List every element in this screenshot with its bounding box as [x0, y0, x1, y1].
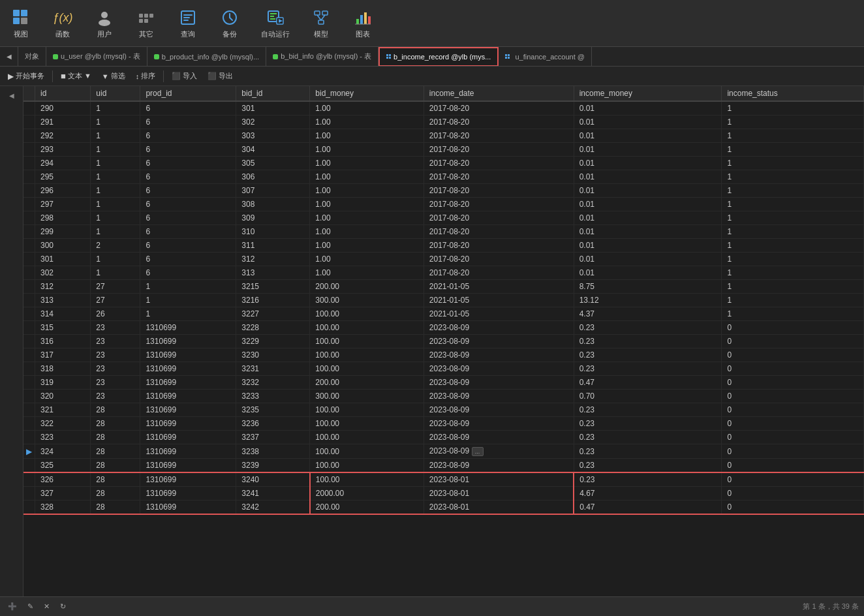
cell-bid_id: 3215: [236, 280, 310, 294]
cell-income_status: 1: [722, 266, 864, 280]
table-row[interactable]: ▶3242813106993238100.002023-08-09 ...0.2…: [23, 444, 864, 459]
refresh-btn[interactable]: ↻: [57, 601, 69, 612]
table-row[interactable]: 293163041.002017-08-200.011: [23, 143, 864, 157]
tab-u-user-dot: [53, 54, 58, 59]
table-row[interactable]: 32728131069932412000.002023-08-014.670: [23, 487, 864, 501]
table-row[interactable]: 295163061.002017-08-200.011: [23, 170, 864, 184]
cell-bid_id: 303: [236, 129, 310, 143]
edit-row-btn[interactable]: ✎: [25, 601, 36, 612]
cell-bid_id: 301: [236, 101, 310, 116]
table-row[interactable]: 301163121.002017-08-200.011: [23, 253, 864, 266]
svg-rect-27: [356, 19, 359, 24]
toolbar-query[interactable]: 查询: [172, 5, 204, 42]
cell-uid: 23: [91, 335, 140, 348]
col-income-date[interactable]: income_date: [424, 86, 574, 101]
cell-id: 327: [35, 487, 91, 501]
col-income-status[interactable]: income_status: [722, 86, 864, 101]
data-table-container[interactable]: id uid prod_id bid_id bid_money income_d…: [23, 86, 864, 596]
toolbar-function[interactable]: ƒ(x) 函数: [47, 5, 78, 42]
begin-transaction-btn[interactable]: ▶ 开始事务: [4, 70, 48, 82]
table-row[interactable]: 3212813106993235100.002023-08-090.230: [23, 403, 864, 417]
table-row[interactable]: 3152313106993228100.002023-08-090.230: [23, 321, 864, 335]
row-indicator: [23, 321, 35, 335]
cell-income_date: 2021-01-05: [424, 307, 574, 321]
sidebar-collapse-btn[interactable]: ◀: [5, 89, 18, 102]
cell-prod_id: 1310699: [140, 444, 236, 459]
table-row[interactable]: 3142613227100.002021-01-054.371: [23, 307, 864, 321]
sort-btn[interactable]: ↕ 排序: [132, 70, 160, 82]
table-row[interactable]: 3282813106993242200.002023-08-010.470: [23, 501, 864, 515]
toolbar-view[interactable]: 视图: [5, 5, 37, 42]
table-row[interactable]: 3132713216300.002021-01-0513.121: [23, 294, 864, 307]
cell-income_date: 2017-08-20: [424, 143, 574, 157]
table-row[interactable]: 300263111.002017-08-200.011: [23, 239, 864, 253]
table-row[interactable]: 3262813106993240100.002023-08-010.230: [23, 472, 864, 487]
toolbar-user-label: 用户: [97, 29, 112, 39]
table-row[interactable]: 297163081.002017-08-200.011: [23, 198, 864, 211]
toolbar-user[interactable]: 用户: [89, 5, 120, 42]
cell-income_date: 2023-08-09: [424, 431, 574, 444]
cell-bid_money: 1.00: [310, 266, 424, 280]
text-btn[interactable]: ■ 文本 ▼: [57, 70, 95, 82]
table-row[interactable]: 302163131.002017-08-200.011: [23, 266, 864, 280]
cell-income_status: 1: [722, 253, 864, 266]
col-income-money[interactable]: income_money: [574, 86, 722, 101]
cell-bid_id: 3241: [236, 487, 310, 501]
filter-btn[interactable]: ▼ 筛选: [98, 70, 129, 82]
table-row[interactable]: 3172313106993230100.002023-08-090.230: [23, 348, 864, 362]
table-row[interactable]: 299163101.002017-08-200.011: [23, 225, 864, 239]
table-row[interactable]: 3192313106993232200.002023-08-090.470: [23, 376, 864, 390]
table-row[interactable]: 3252813106993239100.002023-08-090.230: [23, 459, 864, 473]
col-bid-id[interactable]: bid_id: [236, 86, 310, 101]
cell-prod_id: 6: [140, 225, 236, 239]
tab-objects-label: 对象: [25, 52, 39, 61]
cell-uid: 1: [91, 198, 140, 211]
col-id[interactable]: id: [35, 86, 91, 101]
sidebar-toggle[interactable]: ◀: [0, 47, 18, 67]
table-row[interactable]: 3182313106993231100.002023-08-090.230: [23, 362, 864, 376]
cell-uid: 1: [91, 129, 140, 143]
import-btn[interactable]: ⬛ 导入: [168, 70, 201, 82]
import-icon: ⬛: [172, 72, 181, 80]
tab-u-finance-dot: [505, 54, 510, 59]
table-row[interactable]: 3232813106993237100.002023-08-090.230: [23, 431, 864, 444]
col-uid[interactable]: uid: [91, 86, 140, 101]
col-bid-money[interactable]: bid_money: [310, 86, 424, 101]
table-row[interactable]: 3222813106993236100.002023-08-090.230: [23, 417, 864, 431]
tab-objects[interactable]: 对象: [18, 47, 46, 67]
table-row[interactable]: 3162313106993229100.002023-08-090.230: [23, 335, 864, 348]
ellipsis-btn[interactable]: ...: [472, 447, 484, 456]
tab-b-product-info[interactable]: b_product_info @ylb (mysql)...: [147, 47, 266, 67]
status-page-info: 第 1 条，共 39 条: [803, 602, 859, 611]
tab-u-user[interactable]: u_user @ylb (mysql) - 表: [46, 47, 147, 67]
toolbar-backup[interactable]: 备份: [214, 5, 245, 42]
toolbar-other[interactable]: 其它: [131, 5, 162, 42]
table-row[interactable]: 292163031.002017-08-200.011: [23, 129, 864, 143]
table-row[interactable]: 296163071.002017-08-200.011: [23, 184, 864, 198]
cell-uid: 1: [91, 225, 140, 239]
col-prod-id[interactable]: prod_id: [140, 86, 236, 101]
table-row[interactable]: 3202313106993233300.002023-08-090.700: [23, 390, 864, 403]
delete-row-btn[interactable]: ✕: [41, 601, 52, 612]
table-row[interactable]: 298163091.002017-08-200.011: [23, 211, 864, 225]
cell-income_status: 0: [722, 362, 864, 376]
export-btn[interactable]: ⬛ 导出: [204, 70, 237, 82]
cell-bid_money: 200.00: [310, 376, 424, 390]
tab-b-bid-info[interactable]: b_bid_info @ylb (mysql) - 表: [266, 47, 378, 67]
cell-income_status: 1: [722, 211, 864, 225]
table-row[interactable]: 294163051.002017-08-200.011: [23, 157, 864, 170]
cell-income_status: 1: [722, 239, 864, 253]
tab-b-income-record[interactable]: b_income_record @ylb (mys...: [378, 47, 499, 67]
svg-rect-19: [270, 18, 275, 20]
table-row[interactable]: 3122713215200.002021-01-058.751: [23, 280, 864, 294]
separator-2: [163, 70, 164, 82]
add-row-btn[interactable]: ➕: [5, 601, 20, 612]
toolbar-chart[interactable]: 图表: [347, 5, 378, 42]
toolbar-model[interactable]: 模型: [305, 5, 337, 42]
table-row[interactable]: 291163021.002017-08-200.011: [23, 116, 864, 129]
table-row[interactable]: 290163011.002017-08-200.011: [23, 101, 864, 116]
cell-income_date: 2023-08-09: [424, 335, 574, 348]
cell-income_status: 0: [722, 487, 864, 501]
toolbar-autorun[interactable]: 自动运行: [256, 5, 295, 42]
tab-u-finance[interactable]: u_finance_account @: [499, 47, 592, 67]
